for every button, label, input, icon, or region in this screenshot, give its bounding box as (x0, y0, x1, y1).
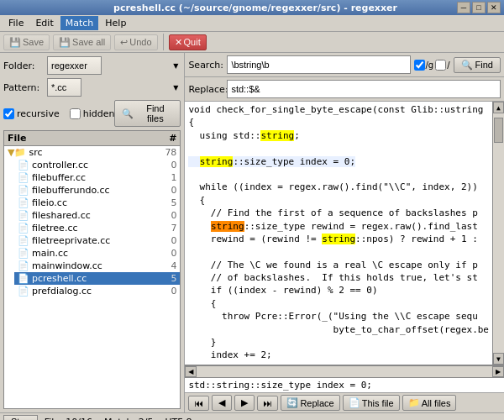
maximize-button[interactable]: □ (472, 2, 486, 13)
hscroll-right-button[interactable]: ▶ (492, 366, 504, 377)
hscroll-track[interactable] (197, 366, 492, 377)
all-files-icon: 📁 (408, 397, 420, 408)
menu-help[interactable]: Help (100, 16, 131, 30)
file-icon: 📄 (18, 197, 29, 208)
scroll-track[interactable] (493, 113, 504, 353)
stop-button[interactable]: Stop (3, 415, 38, 420)
tree-count: 0 (171, 286, 176, 297)
code-scroll[interactable]: void check_for_single_byte_escape(const … (185, 102, 492, 365)
file-icon: 📄 (18, 172, 29, 183)
close-button[interactable]: ✕ (487, 2, 501, 13)
folder-select[interactable]: regexxer (47, 56, 102, 75)
nav-last-icon: ⏭ (263, 398, 272, 408)
find-files-label: Find files (137, 103, 173, 123)
option-g-checkbox[interactable] (414, 60, 425, 71)
tree-label: fileshared.cc (32, 210, 91, 221)
this-file-icon: 📄 (349, 397, 360, 408)
save-label: Save (23, 37, 44, 47)
tree-label: controller.cc (32, 160, 88, 171)
vertical-scrollbar[interactable]: ▲ ▼ (492, 102, 504, 365)
recursive-checkbox[interactable] (3, 108, 14, 119)
undo-button[interactable]: ↩ Undo (114, 34, 157, 50)
tree-item-filebufferundo[interactable]: 📄 filebufferundo.cc 0 (14, 184, 180, 197)
scroll-thumb[interactable] (494, 118, 503, 143)
scroll-down-button[interactable]: ▼ (493, 353, 504, 365)
tree-item-src[interactable]: ▼📁 src 78 (4, 146, 180, 159)
option-slash-checkbox[interactable] (435, 60, 446, 71)
quit-label: Quit (184, 37, 201, 47)
tree-item-pcreshell[interactable]: 📄 pcreshell.cc 5 (14, 272, 180, 285)
search-label: Search: (188, 60, 223, 71)
all-files-button[interactable]: 📁 All files (402, 395, 457, 411)
menu-edit[interactable]: Edit (30, 16, 58, 30)
replace-input[interactable] (227, 80, 501, 98)
tree-label: mainwindow.cc (32, 260, 102, 271)
folder-select-wrapper: regexxer (47, 56, 181, 75)
tree-item-filebuffer[interactable]: 📄 filebuffer.cc 1 (14, 171, 180, 184)
find-label: Find (475, 60, 493, 70)
option-slash-label[interactable]: / (435, 60, 449, 71)
code-area[interactable]: void check_for_single_byte_escape(const … (185, 102, 504, 365)
nav-next-button[interactable]: ▶ (234, 395, 255, 411)
tree-item-main[interactable]: 📄 main.cc 0 (14, 247, 180, 260)
pattern-select-wrapper: *.cc (47, 78, 181, 97)
pattern-select[interactable]: *.cc (47, 78, 81, 97)
status-bar: Stop File: 10/16 Match: 2/5 UTF-8 (0, 412, 504, 420)
tree-label: filetreeprivate.cc (32, 235, 110, 246)
hscroll-left-button[interactable]: ◀ (185, 366, 197, 377)
menu-bar: File Edit Match Help (0, 15, 504, 32)
file-icon: 📄 (18, 160, 29, 171)
save-all-icon: 💾 (59, 37, 71, 48)
tree-label: filebufferundo.cc (32, 185, 110, 196)
tree-count: 5 (171, 273, 176, 284)
scroll-up-button[interactable]: ▲ (493, 102, 504, 113)
pattern-label: Pattern: (3, 82, 44, 93)
tree-label: fileio.cc (32, 197, 67, 208)
file-tree[interactable]: File # ▼📁 src 78 📄 controller.cc 0 (3, 130, 181, 409)
hidden-checkbox[interactable] (70, 108, 81, 119)
preview-line: std::string::size_type index = 0; (185, 377, 504, 392)
menu-file[interactable]: File (3, 16, 29, 30)
save-button[interactable]: 💾 Save (3, 34, 50, 50)
replace-button[interactable]: 🔄 Replace (281, 395, 339, 411)
tree-item-mainwindow[interactable]: 📄 mainwindow.cc 4 (14, 260, 180, 272)
minimize-button[interactable]: ─ (457, 2, 470, 13)
tree-item-src-label: src (29, 147, 42, 158)
tree-item-filetreeprivate[interactable]: 📄 filetreeprivate.cc 0 (14, 234, 180, 247)
option-g-label[interactable]: /g (414, 60, 434, 71)
quit-button[interactable]: ✕ Quit (169, 34, 207, 50)
menu-match[interactable]: Match (60, 16, 99, 30)
tree-item-prefdialog[interactable]: 📄 prefdialog.cc 0 (14, 285, 180, 297)
option-slash-text: / (447, 60, 449, 70)
nav-prev-button[interactable]: ◀ (212, 395, 232, 411)
this-file-label: This file (362, 398, 394, 408)
save-all-button[interactable]: 💾 Save all (53, 34, 111, 50)
recursive-checkbox-label[interactable]: recursive (3, 108, 60, 119)
nav-first-button[interactable]: ⏮ (188, 396, 209, 411)
hidden-checkbox-label[interactable]: hidden (70, 108, 115, 119)
checkboxes: recursive hidden (3, 107, 114, 121)
tree-label: pcreshell.cc (32, 273, 87, 284)
horizontal-scrollbar[interactable]: ◀ ▶ (185, 365, 504, 377)
nav-first-icon: ⏮ (194, 398, 203, 408)
nav-last-button[interactable]: ⏭ (257, 396, 278, 411)
tree-item-controller[interactable]: 📄 controller.cc 0 (14, 159, 180, 171)
tree-count-header: # (169, 133, 176, 144)
pattern-row: Pattern: *.cc (3, 78, 181, 97)
folder-row: Folder: regexxer (3, 56, 181, 75)
this-file-button[interactable]: 📄 This file (343, 395, 400, 411)
tree-count: 5 (171, 197, 176, 208)
tree-item-filetree[interactable]: 📄 filetree.cc 7 (14, 222, 180, 234)
tree-item-fileio[interactable]: 📄 fileio.cc 5 (14, 197, 180, 209)
replace-label: Replace (300, 398, 333, 408)
save-icon: 💾 (9, 37, 21, 48)
encoding-info: UTF-8 (165, 417, 192, 421)
find-button[interactable]: 🔍 Find (454, 57, 501, 73)
tree-label: prefdialog.cc (32, 286, 92, 297)
find-files-button[interactable]: 🔍 Find files (114, 100, 181, 127)
tree-item-fileshared[interactable]: 📄 fileshared.cc 0 (14, 209, 180, 222)
all-files-label: All files (422, 398, 451, 408)
option-g-text: /g (426, 60, 434, 70)
search-input[interactable] (227, 55, 410, 74)
replace-icon: 🔄 (286, 397, 298, 408)
